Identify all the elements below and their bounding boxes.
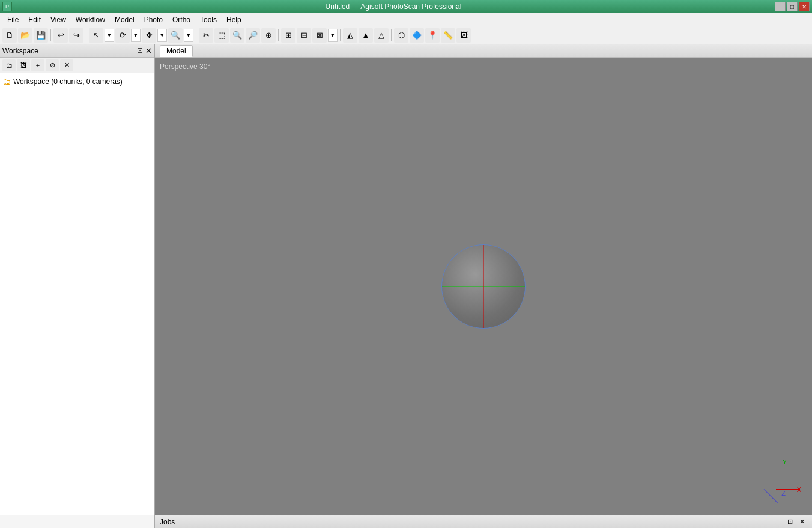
save-button[interactable]: 💾: [34, 28, 48, 43]
bottom-area: Jobs ⊡ ✕ ▶ ✕ ⊡ ↑ ↓ #: [0, 515, 812, 528]
workspace-close-icon[interactable]: ✕: [145, 46, 152, 55]
grid-view-button[interactable]: ⊞: [281, 28, 295, 43]
toolbar-sep-1: [50, 29, 51, 41]
undo-button[interactable]: ↩: [53, 28, 68, 43]
rotate-dropdown[interactable]: ▾: [131, 29, 141, 42]
workspace-tree-label: Workspace (0 chunks, 0 cameras): [13, 77, 123, 86]
menu-file[interactable]: File: [2, 14, 23, 25]
workspace-panel-title: Workspace: [2, 47, 38, 55]
main-area: Workspace ⊡ ✕ 🗂 🖼 + ⊘ ✕ 🗂 Workspace (0 c…: [0, 44, 812, 515]
rotate-button[interactable]: ⟳: [115, 28, 130, 43]
select-dropdown[interactable]: ▾: [105, 29, 114, 42]
zoom-in-button[interactable]: 🔍: [230, 28, 244, 43]
minimize-button[interactable]: −: [775, 2, 786, 11]
titlebar: P Untitled — Agisoft PhotoScan Professio…: [0, 0, 812, 13]
menu-model[interactable]: Model: [110, 14, 139, 25]
menu-photo[interactable]: Photo: [139, 14, 168, 25]
solid-button[interactable]: ◭: [343, 28, 357, 43]
zoom-dropdown[interactable]: ▾: [184, 29, 193, 42]
model-viewport[interactable]: Perspective 30° Y X Z: [155, 58, 812, 515]
z-axis-label: Z: [781, 490, 786, 497]
ws-add-button[interactable]: +: [31, 59, 44, 71]
fit-button[interactable]: ⊕: [261, 28, 276, 43]
menu-tools[interactable]: Tools: [195, 14, 222, 25]
workspace-header-controls: ⊡ ✕: [137, 46, 152, 55]
3d-sphere: [441, 244, 526, 329]
x-axis-label: X: [797, 486, 801, 493]
y-axis-label: Y: [783, 458, 787, 466]
texture-button[interactable]: ▲: [359, 28, 373, 43]
menu-ortho[interactable]: Ortho: [168, 14, 195, 25]
jobs-header-controls: ⊡ ✕: [784, 517, 807, 527]
bottom-right: Jobs ⊡ ✕ ▶ ✕ ⊡ ↑ ↓ #: [155, 515, 812, 528]
titlebar-title: Untitled — Agisoft PhotoScan Professiona…: [12, 2, 775, 11]
zoom-out-button[interactable]: 🔎: [246, 28, 260, 43]
toolbar-sep-2: [86, 29, 86, 41]
list-view-button[interactable]: ⊟: [297, 28, 311, 43]
workspace-panel-header: Workspace ⊡ ✕: [0, 44, 154, 58]
jobs-restore-button[interactable]: ⊡: [784, 517, 795, 527]
model-panel: Model Perspective 30° Y X Z: [155, 44, 812, 515]
view-dropdown[interactable]: ▾: [328, 29, 338, 42]
redo-button[interactable]: ↪: [69, 28, 83, 43]
model-tab[interactable]: Model: [160, 45, 193, 57]
workspace-root-item[interactable]: 🗂 Workspace (0 chunks, 0 cameras): [2, 76, 152, 88]
select-button[interactable]: ↖: [89, 28, 103, 43]
jobs-panel-header: Jobs ⊡ ✕: [155, 515, 812, 528]
restore-button[interactable]: □: [787, 2, 798, 11]
workspace-header-left: Workspace: [2, 47, 38, 55]
model-header: Model: [155, 44, 812, 58]
workspace-toolbar: 🗂 🖼 + ⊘ ✕: [0, 58, 154, 73]
y-axis-line: [783, 466, 783, 490]
toolbar: 🗋 📂 💾 ↩ ↪ ↖ ▾ ⟳ ▾ ✥ ▾ 🔍 ▾ ✂ ⬚ 🔍 🔎 ⊕ ⊞ ⊟ …: [0, 26, 812, 44]
ws-remove-button[interactable]: ✕: [60, 59, 73, 71]
menu-help[interactable]: Help: [222, 14, 246, 25]
menu-workflow[interactable]: Workflow: [71, 14, 110, 25]
polygon-button[interactable]: 🔷: [410, 28, 424, 43]
open-button[interactable]: 📂: [18, 28, 32, 43]
ws-stop-button[interactable]: ⊘: [46, 59, 59, 71]
move-button[interactable]: ✥: [142, 28, 156, 43]
cut-button[interactable]: ✂: [199, 28, 213, 43]
sphere-container: [441, 244, 526, 329]
workspace-tree-icon: 🗂: [2, 77, 11, 86]
toolbar-sep-5: [340, 29, 341, 41]
bottom-left-space: [0, 515, 155, 528]
titlebar-controls: − □ ✕: [775, 2, 810, 11]
z-axis-line: [764, 489, 778, 503]
jobs-header-left: Jobs: [160, 518, 175, 526]
shading-button[interactable]: ⬡: [394, 28, 408, 43]
zoom-button[interactable]: 🔍: [168, 28, 183, 43]
workspace-restore-icon[interactable]: ⊡: [137, 46, 143, 55]
axis-indicator: Y X Z: [764, 461, 800, 497]
jobs-close-button[interactable]: ✕: [796, 517, 807, 527]
toolbar-sep-6: [391, 29, 392, 41]
ruler-button[interactable]: 📏: [441, 28, 455, 43]
ws-add-photos-button[interactable]: 🖼: [17, 59, 30, 71]
crop-button[interactable]: ⬚: [214, 28, 229, 43]
menu-edit[interactable]: Edit: [23, 14, 46, 25]
new-button[interactable]: 🗋: [2, 28, 17, 43]
bottom-divider: Jobs ⊡ ✕ ▶ ✕ ⊡ ↑ ↓ #: [0, 515, 812, 528]
menubar: File Edit View Workflow Model Photo Orth…: [0, 13, 812, 26]
wire-button[interactable]: △: [374, 28, 389, 43]
image-view-button[interactable]: ⊠: [312, 28, 327, 43]
toolbar-sep-3: [196, 29, 196, 41]
jobs-panel-title: Jobs: [160, 518, 175, 526]
model-tab-label: Model: [166, 47, 186, 55]
left-panel: Workspace ⊡ ✕ 🗂 🖼 + ⊘ ✕ 🗂 Workspace (0 c…: [0, 44, 155, 515]
workspace-tree: 🗂 Workspace (0 chunks, 0 cameras): [0, 73, 154, 515]
titlebar-icon: P: [2, 2, 12, 11]
marker-button[interactable]: 📍: [425, 28, 440, 43]
crosshair-vertical: [483, 245, 484, 328]
ws-add-chunk-button[interactable]: 🗂: [2, 59, 16, 71]
viewport-perspective-label: Perspective 30°: [160, 62, 210, 71]
menu-view[interactable]: View: [46, 14, 71, 25]
close-button[interactable]: ✕: [799, 2, 810, 11]
toolbar-sep-4: [278, 29, 279, 41]
move-dropdown[interactable]: ▾: [157, 29, 167, 42]
region-button[interactable]: 🖼: [456, 28, 471, 43]
